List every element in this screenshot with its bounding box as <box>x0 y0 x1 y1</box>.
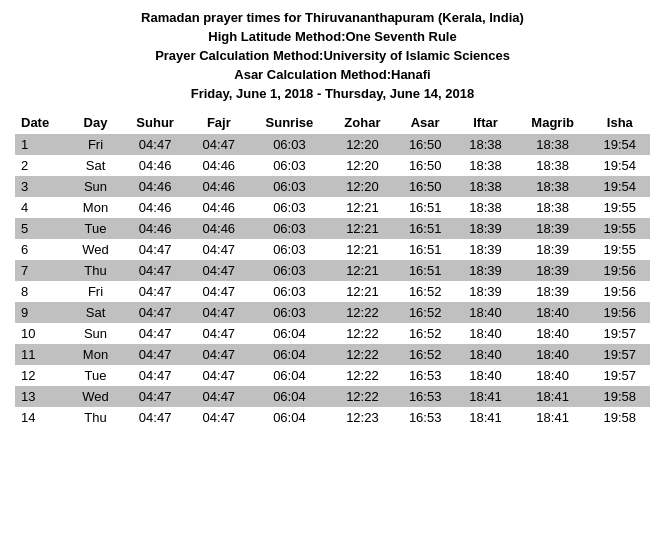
cell-isha: 19:55 <box>590 197 650 218</box>
column-header-iftar: Iftar <box>455 111 515 134</box>
column-header-fajr: Fajr <box>189 111 249 134</box>
cell-magrib: 18:40 <box>516 302 590 323</box>
cell-sunrise: 06:03 <box>249 197 330 218</box>
cell-sunrise: 06:03 <box>249 302 330 323</box>
cell-asar: 16:51 <box>395 218 455 239</box>
cell-magrib: 18:38 <box>516 134 590 155</box>
cell-isha: 19:58 <box>590 386 650 407</box>
cell-day: Sun <box>69 176 121 197</box>
cell-sunrise: 06:04 <box>249 365 330 386</box>
cell-magrib: 18:38 <box>516 155 590 176</box>
column-header-zohar: Zohar <box>330 111 395 134</box>
cell-suhur: 04:47 <box>122 302 189 323</box>
table-row: 13Wed04:4704:4706:0412:2216:5318:4118:41… <box>15 386 650 407</box>
cell-day: Fri <box>69 281 121 302</box>
cell-iftar: 18:38 <box>455 134 515 155</box>
cell-magrib: 18:40 <box>516 365 590 386</box>
header-line2: High Latitude Method:One Seventh Rule <box>15 29 650 44</box>
cell-sunrise: 06:03 <box>249 176 330 197</box>
cell-isha: 19:55 <box>590 218 650 239</box>
cell-date: 14 <box>15 407 69 428</box>
cell-zohar: 12:22 <box>330 323 395 344</box>
header-line5: Friday, June 1, 2018 - Thursday, June 14… <box>15 86 650 101</box>
cell-fajr: 04:47 <box>189 344 249 365</box>
cell-asar: 16:52 <box>395 344 455 365</box>
table-row: 7Thu04:4704:4706:0312:2116:5118:3918:391… <box>15 260 650 281</box>
column-header-suhur: Suhur <box>122 111 189 134</box>
column-header-magrib: Magrib <box>516 111 590 134</box>
cell-suhur: 04:47 <box>122 344 189 365</box>
cell-fajr: 04:47 <box>189 260 249 281</box>
header-line1: Ramadan prayer times for Thiruvananthapu… <box>15 10 650 25</box>
cell-sunrise: 06:03 <box>249 260 330 281</box>
cell-isha: 19:56 <box>590 302 650 323</box>
cell-sunrise: 06:04 <box>249 407 330 428</box>
cell-magrib: 18:38 <box>516 197 590 218</box>
cell-iftar: 18:39 <box>455 239 515 260</box>
cell-day: Sat <box>69 155 121 176</box>
cell-iftar: 18:41 <box>455 386 515 407</box>
cell-zohar: 12:20 <box>330 176 395 197</box>
header-section: Ramadan prayer times for Thiruvananthapu… <box>15 10 650 101</box>
cell-asar: 16:52 <box>395 302 455 323</box>
cell-asar: 16:53 <box>395 365 455 386</box>
cell-suhur: 04:46 <box>122 176 189 197</box>
cell-magrib: 18:40 <box>516 344 590 365</box>
cell-zohar: 12:20 <box>330 155 395 176</box>
cell-iftar: 18:38 <box>455 197 515 218</box>
cell-fajr: 04:46 <box>189 155 249 176</box>
cell-date: 8 <box>15 281 69 302</box>
cell-fajr: 04:46 <box>189 197 249 218</box>
cell-sunrise: 06:04 <box>249 344 330 365</box>
cell-isha: 19:54 <box>590 155 650 176</box>
cell-iftar: 18:40 <box>455 344 515 365</box>
table-row: 5Tue04:4604:4606:0312:2116:5118:3918:391… <box>15 218 650 239</box>
cell-iftar: 18:38 <box>455 155 515 176</box>
cell-magrib: 18:39 <box>516 260 590 281</box>
cell-asar: 16:53 <box>395 386 455 407</box>
cell-sunrise: 06:04 <box>249 386 330 407</box>
header-line3: Prayer Calculation Method:University of … <box>15 48 650 63</box>
header-line4: Asar Calculation Method:Hanafi <box>15 67 650 82</box>
cell-zohar: 12:22 <box>330 302 395 323</box>
cell-isha: 19:58 <box>590 407 650 428</box>
cell-isha: 19:57 <box>590 365 650 386</box>
column-header-date: Date <box>15 111 69 134</box>
cell-asar: 16:53 <box>395 407 455 428</box>
cell-sunrise: 06:03 <box>249 218 330 239</box>
table-row: 14Thu04:4704:4706:0412:2316:5318:4118:41… <box>15 407 650 428</box>
cell-isha: 19:54 <box>590 134 650 155</box>
cell-isha: 19:56 <box>590 281 650 302</box>
cell-asar: 16:50 <box>395 176 455 197</box>
cell-date: 9 <box>15 302 69 323</box>
cell-sunrise: 06:03 <box>249 281 330 302</box>
cell-iftar: 18:39 <box>455 281 515 302</box>
prayer-times-table: DateDaySuhurFajrSunriseZoharAsarIftarMag… <box>15 111 650 428</box>
cell-suhur: 04:47 <box>122 365 189 386</box>
cell-isha: 19:55 <box>590 239 650 260</box>
cell-asar: 16:50 <box>395 155 455 176</box>
cell-day: Wed <box>69 386 121 407</box>
cell-isha: 19:56 <box>590 260 650 281</box>
cell-suhur: 04:47 <box>122 134 189 155</box>
cell-magrib: 18:39 <box>516 281 590 302</box>
cell-fajr: 04:47 <box>189 323 249 344</box>
cell-iftar: 18:40 <box>455 323 515 344</box>
cell-date: 13 <box>15 386 69 407</box>
table-row: 8Fri04:4704:4706:0312:2116:5218:3918:391… <box>15 281 650 302</box>
cell-zohar: 12:21 <box>330 260 395 281</box>
table-row: 2Sat04:4604:4606:0312:2016:5018:3818:381… <box>15 155 650 176</box>
cell-day: Sun <box>69 323 121 344</box>
cell-magrib: 18:39 <box>516 218 590 239</box>
table-row: 6Wed04:4704:4706:0312:2116:5118:3918:391… <box>15 239 650 260</box>
cell-zohar: 12:22 <box>330 365 395 386</box>
cell-sunrise: 06:03 <box>249 155 330 176</box>
cell-fajr: 04:47 <box>189 407 249 428</box>
column-headers-row: DateDaySuhurFajrSunriseZoharAsarIftarMag… <box>15 111 650 134</box>
cell-date: 11 <box>15 344 69 365</box>
cell-fajr: 04:47 <box>189 239 249 260</box>
cell-suhur: 04:47 <box>122 386 189 407</box>
cell-date: 12 <box>15 365 69 386</box>
cell-fajr: 04:46 <box>189 176 249 197</box>
cell-isha: 19:57 <box>590 323 650 344</box>
